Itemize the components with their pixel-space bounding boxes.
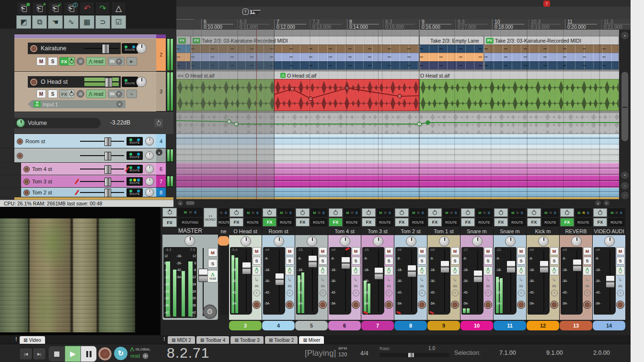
strip-name[interactable]: Tom 1 st xyxy=(427,227,460,235)
selection-end[interactable]: 9.1.00 xyxy=(546,350,563,356)
scroll-dot-icon[interactable]: ● xyxy=(595,200,601,206)
audio-lane-room[interactable] xyxy=(176,134,619,148)
gear-icon[interactable]: ⚙ xyxy=(203,305,217,319)
pan-knob[interactable] xyxy=(505,236,516,247)
new-project-icon[interactable]: ⎗ ✱ xyxy=(16,1,31,15)
mrs-indicators[interactable]: MRS xyxy=(608,208,625,217)
pan-knob[interactable] xyxy=(136,77,147,87)
midi-item[interactable]: FXTake 2/3: 03-Kairatune-Recorded MIDI xyxy=(191,36,419,70)
record-arm-button[interactable] xyxy=(583,301,591,309)
open-project-icon[interactable]: ⎗ ↗ xyxy=(32,1,47,15)
fx-bypass-button[interactable] xyxy=(230,208,243,217)
take-lane[interactable] xyxy=(420,61,483,69)
solo-button[interactable]: S xyxy=(286,257,294,265)
strip-name[interactable]: REVERB xyxy=(560,227,592,235)
take-lane[interactable] xyxy=(191,53,419,61)
play-button[interactable]: ▶ xyxy=(65,346,81,362)
playrate-slider[interactable] xyxy=(380,353,449,357)
ruler-tick[interactable]: 8.3 0:15.000 xyxy=(383,19,418,30)
ripple-edit-icon[interactable]: ⊃ xyxy=(95,15,110,29)
routing-icon[interactable]: ↳ xyxy=(420,277,424,283)
midi-item[interactable]: FXTake 2/3: 03-Kairatune-Recorded MIDI xyxy=(484,36,619,70)
mixer-strip-partial[interactable]: RS ROUTE ne xyxy=(218,208,229,330)
record-arm-button[interactable] xyxy=(30,45,38,53)
track-panel[interactable]: ROUTE ▴ xyxy=(0,148,176,163)
record-arm-button[interactable] xyxy=(451,301,459,309)
scroll-down-icon[interactable]: ▾ xyxy=(621,171,629,179)
volume-slider[interactable] xyxy=(80,152,124,159)
pan-knob[interactable] xyxy=(145,151,154,160)
input-button[interactable]: IN▼ xyxy=(108,57,125,66)
folder-collapse-button[interactable]: ▴ xyxy=(156,149,162,156)
track-number[interactable]: 14 xyxy=(593,321,625,330)
scroll-right-icon[interactable]: ▸ xyxy=(604,200,610,206)
take-lane[interactable] xyxy=(484,61,619,69)
volume-slider[interactable] xyxy=(84,44,119,53)
volume-slider[interactable] xyxy=(84,78,119,86)
volume-fader[interactable] xyxy=(407,265,416,277)
audio-item-selected[interactable] xyxy=(274,79,419,111)
strip-name[interactable]: Room st xyxy=(262,227,295,235)
volume-slider[interactable] xyxy=(80,165,124,173)
docker-tab[interactable]: ⊠Toolbar 3 xyxy=(230,336,264,344)
global-automation[interactable]: ⋀GLOBAL read▼ xyxy=(130,347,157,359)
scrollbar-thumb[interactable] xyxy=(186,201,195,205)
input-button[interactable]: IN xyxy=(321,284,325,288)
read-automation-button[interactable]: ⋀rd xyxy=(417,266,426,275)
strip-name[interactable] xyxy=(295,227,328,235)
read-automation-button[interactable]: ⋀rd xyxy=(384,266,393,275)
routing-icon[interactable]: ↳ xyxy=(552,277,556,283)
route-button[interactable]: ROUTE xyxy=(377,218,393,226)
master-pan-knob[interactable] xyxy=(184,236,195,246)
route-button[interactable]: ROUTE xyxy=(126,137,143,146)
solo-button[interactable]: S xyxy=(583,257,592,265)
input-dropdown[interactable]: ▼ xyxy=(452,290,459,296)
audio-lane-tom2[interactable] xyxy=(176,188,619,197)
automation-dropdown[interactable]: ▼ xyxy=(142,353,149,359)
solo-button[interactable]: S xyxy=(451,257,460,265)
close-icon[interactable]: ⊠ xyxy=(234,338,238,343)
fx-bypass-button[interactable] xyxy=(395,208,409,217)
mono-button[interactable]: ◖◗MONO xyxy=(204,208,217,227)
ruler-tick[interactable]: 9.3 0:17.000 xyxy=(455,19,491,30)
track-number[interactable]: 7 xyxy=(361,321,394,330)
track-number[interactable]: 4 xyxy=(156,134,166,148)
mute-button[interactable]: M xyxy=(253,247,261,255)
fx-button[interactable]: FX xyxy=(362,218,376,226)
mrs-indicators[interactable]: MRS xyxy=(410,208,426,217)
take-lane[interactable] xyxy=(420,45,483,53)
mrs-indicators[interactable]: MRS xyxy=(277,208,294,217)
input-dropdown[interactable]: ▼ xyxy=(419,290,426,296)
track-number[interactable]: 3 xyxy=(156,72,166,111)
metronome-icon[interactable]: △ xyxy=(111,1,126,15)
input-button[interactable]: IN▼ xyxy=(108,90,125,98)
mute-button[interactable]: M xyxy=(352,247,360,255)
ruler-tick[interactable]: 9.000 xyxy=(176,19,197,30)
volume-envelope-lane[interactable] xyxy=(176,113,619,134)
ruler-tick[interactable]: 10.3 0:19.000 xyxy=(529,19,564,30)
input-button[interactable]: IN xyxy=(255,284,259,288)
route-button[interactable]: ROUTE xyxy=(476,218,493,226)
fx-bypass-button[interactable] xyxy=(329,208,343,217)
input-button[interactable]: IN xyxy=(420,284,424,288)
volume-fader[interactable] xyxy=(275,273,284,285)
playback-position[interactable]: 8.2.71 xyxy=(167,345,209,361)
pan-knob[interactable] xyxy=(604,236,615,247)
save-project-icon[interactable]: ⎗ ↙ xyxy=(48,1,63,15)
fx-bypass-button[interactable] xyxy=(593,208,607,217)
take-lane[interactable] xyxy=(177,53,190,61)
ruler-tick[interactable]: 11.3 0:21.000 xyxy=(601,19,631,30)
read-automation-button[interactable]: ⋀rd xyxy=(517,266,526,275)
route-button[interactable]: ROUTE xyxy=(122,77,138,87)
mrs-indicators[interactable]: MRS xyxy=(377,208,393,217)
pan-knob[interactable] xyxy=(241,236,251,247)
input-button[interactable]: IN xyxy=(453,284,457,288)
mrs-indicators[interactable]: MRS xyxy=(476,208,493,217)
input-dropdown[interactable]: ▼ xyxy=(485,290,492,296)
pan-knob[interactable] xyxy=(145,188,154,197)
fx-button[interactable]: FX xyxy=(428,218,442,226)
input-button[interactable]: IN xyxy=(519,284,523,288)
input-dropdown[interactable]: ▼ xyxy=(518,290,525,296)
folder-lane[interactable] xyxy=(176,148,619,163)
fx-bypass-button[interactable] xyxy=(362,208,376,217)
